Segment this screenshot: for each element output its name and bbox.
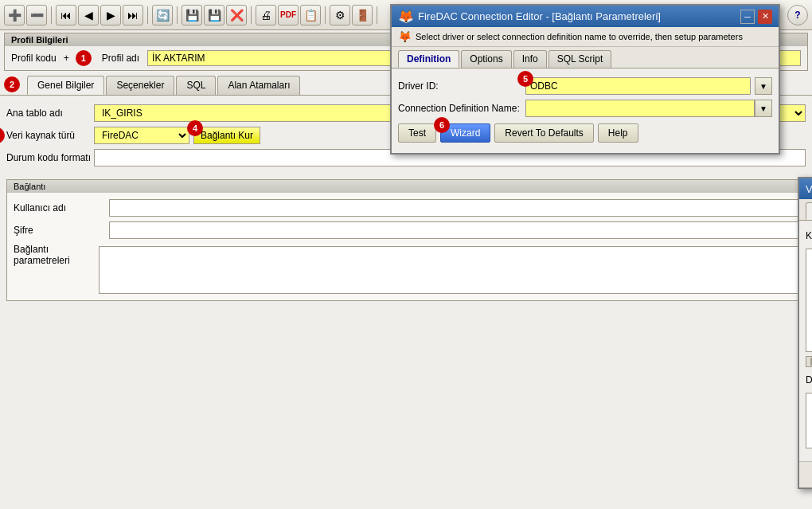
durum-kodu-label: Durum kodu formatı — [6, 152, 94, 163]
test-button[interactable]: Test — [398, 123, 436, 143]
firedac-close-button[interactable]: ✕ — [758, 10, 772, 24]
vks-body: Konum: Masaüstü 7 📂 📁AGİLE EĞİTİM VİDEO … — [799, 221, 812, 461]
main-tabs: Genel Bilgiler Seçenekler SQL Alan Atama… — [23, 73, 304, 95]
help-button[interactable]: ? — [787, 5, 808, 25]
list-item[interactable]: 📁MUHASEBE — [808, 310, 812, 330]
conn-def-row: Connection Definition Name: ▼ — [398, 97, 772, 119]
list-item[interactable]: 📁Mik.Öğrencilik listesi — [808, 330, 812, 350]
profil-kodu-label: Profil kodu — [11, 53, 57, 64]
profil-adi-label: Profil adı — [102, 53, 139, 64]
separator4 — [251, 6, 252, 24]
vks-title-bar: Veri Kaynağını Seç ✕ — [799, 178, 812, 199]
firedac-tab-definition[interactable]: Definition — [398, 50, 459, 68]
next-button[interactable]: ▶ — [100, 5, 121, 25]
horiz-scrollbar[interactable] — [806, 356, 812, 367]
driver-id-row: Driver ID: 5 ▼ — [398, 75, 772, 97]
settings-button[interactable]: ⚙ — [330, 5, 350, 25]
conn-def-dropdown[interactable]: ▼ — [755, 100, 772, 117]
vks-dialog-title: Veri Kaynağını Seç — [806, 183, 812, 195]
badge-2: 2 — [4, 76, 20, 92]
veri-kaynak-label: Veri kaynak türü — [6, 130, 94, 141]
tab-alan[interactable]: Alan Atamaları — [217, 76, 300, 95]
firedac-tab-options[interactable]: Options — [461, 50, 511, 68]
badge-1: 1 — [76, 50, 92, 66]
firedac-help-button[interactable]: Help — [598, 123, 638, 143]
print-button[interactable]: 🖨 — [256, 5, 276, 25]
konum-label: Konum: — [806, 230, 812, 241]
konum-row: Konum: Masaüstü 7 📂 — [806, 227, 812, 245]
badge-6: 6 — [434, 117, 450, 133]
firedac-btn-row: Test 6 Wizard Revert To Defaults Help — [398, 119, 772, 147]
driver-id-input[interactable] — [525, 77, 751, 95]
conn-def-input[interactable] — [525, 100, 755, 117]
kullanici-row: Kullanıcı adı — [14, 197, 798, 219]
separator3 — [177, 6, 178, 24]
dsn-label: DSN Adı: — [806, 374, 812, 386]
exit-button[interactable]: 🚪 — [352, 5, 373, 25]
params-row: Bağlantı parametreleri — [14, 241, 798, 296]
add-button[interactable]: ➕ — [4, 5, 25, 25]
connection-form: Kullanıcı adı Şifre Bağlantı parametrele… — [7, 193, 805, 300]
separator1 — [51, 6, 52, 24]
separator2 — [147, 6, 148, 24]
vks-tab-dosya[interactable]: Dosya Veri Kaynağı — [806, 202, 812, 220]
last-button[interactable]: ⏭ — [123, 5, 143, 25]
save2-button[interactable]: 💾 — [204, 5, 224, 25]
firedac-body: Driver ID: 5 ▼ Connection Definition Nam… — [392, 69, 779, 153]
first-button[interactable]: ⏮ — [56, 5, 76, 25]
firedac-title-bar: 🦊 FireDAC Connection Editor - [Bağlantı … — [392, 6, 779, 27]
params-label: Bağlantı parametreleri — [14, 244, 99, 266]
profil-kodu-value: + — [64, 53, 69, 64]
firedac-subtitle: 🦊 Select driver or select connection def… — [392, 27, 779, 47]
vks-tabs: Dosya Veri Kaynağı Makine Veri Kaynağı — [799, 199, 812, 221]
list-item[interactable]: 📁AGİLE EĞİTİM VİDEO — [808, 251, 812, 271]
baglanti-kur-button[interactable]: Bağlantı Kur — [193, 127, 260, 144]
cancel-button[interactable]: ❌ — [226, 5, 247, 25]
sifre-label: Şifre — [14, 225, 109, 236]
separator6 — [377, 6, 377, 24]
separator5 — [325, 6, 326, 24]
veri-kaynak-select[interactable]: FireDAC — [94, 127, 189, 144]
main-content: Profil Bilgileri Profil kodu + 1 Profil … — [0, 30, 812, 509]
kullanici-label: Kullanıcı adı — [14, 202, 109, 213]
kullanici-input[interactable] — [109, 199, 798, 217]
remove-button[interactable]: ➖ — [26, 5, 47, 25]
conn-def-label: Connection Definition Name: — [398, 103, 525, 114]
firedac-subtitle-icon: 🦊 — [398, 30, 412, 43]
firedac-tabs: Definition Options Info SQL Script — [392, 47, 779, 69]
driver-id-label: Driver ID: — [398, 80, 525, 92]
vks-dialog: Veri Kaynağını Seç ✕ Dosya Veri Kaynağı … — [798, 177, 812, 489]
firedac-dialog: 🦊 FireDAC Connection Editor - [Bağlantı … — [390, 4, 780, 155]
firedac-dialog-title: FireDAC Connection Editor - [Bağlantı Pa… — [418, 10, 661, 22]
refresh-button[interactable]: 🔄 — [152, 5, 173, 25]
export-button[interactable]: 📋 — [300, 5, 321, 25]
save-button[interactable]: 💾 — [182, 5, 202, 25]
firedac-tab-info[interactable]: Info — [513, 50, 547, 68]
badge-4: 4 — [187, 120, 203, 136]
vks-button-row: Tamam İptal Yardım — [799, 461, 812, 487]
firedac-subtitle-text: Select driver or select connection defin… — [416, 32, 743, 41]
list-item[interactable]: 📁Figler — [808, 291, 812, 311]
params-textarea[interactable] — [99, 246, 798, 294]
revert-button[interactable]: Revert To Defaults — [494, 123, 594, 143]
badge-3: 3 — [0, 127, 5, 143]
connection-section-header: Bağlantı — [7, 180, 805, 193]
tab-sql[interactable]: SQL — [176, 76, 216, 95]
connection-section: Bağlantı Kullanıcı adı Şifre Bağlantı pa… — [6, 179, 806, 301]
badge-5: 5 — [517, 71, 533, 87]
dsn-row: DSN Adı: 8 Yeni... — [806, 371, 812, 389]
firedac-logo-icon: 🦊 — [398, 9, 414, 24]
sifre-input[interactable] — [109, 221, 798, 239]
tab-secenekler[interactable]: Seçenekler — [106, 76, 174, 95]
firedac-minimize-button[interactable]: ─ — [740, 10, 755, 24]
pdf-button[interactable]: PDF — [278, 5, 299, 25]
file-list: 📁AGİLE EĞİTİM VİDEO 📁HETSİM EĞİTİMLER 📁E… — [806, 249, 812, 352]
prev-button[interactable]: ◀ — [78, 5, 99, 25]
driver-id-dropdown[interactable]: ▼ — [755, 77, 772, 95]
firedac-tab-sql[interactable]: SQL Script — [548, 50, 612, 68]
vks-description: Bağlanmak istediğiniz sürücüyü tanımlaya… — [806, 393, 812, 448]
tab-genel[interactable]: Genel Bilgiler — [27, 76, 104, 95]
sifre-row: Şifre — [14, 219, 798, 241]
file-list-container: 📁AGİLE EĞİTİM VİDEO 📁HETSİM EĞİTİMLER 📁E… — [806, 249, 812, 352]
list-item[interactable]: 📁E.OKUSUM — [808, 271, 812, 291]
